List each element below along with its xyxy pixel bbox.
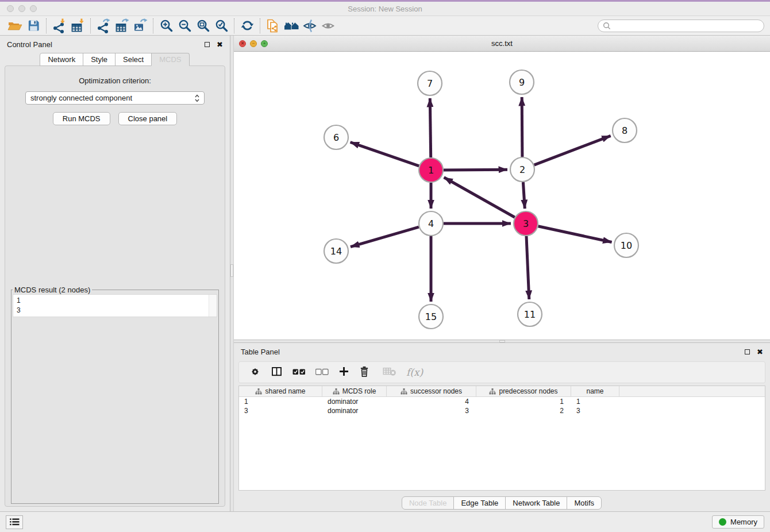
export-image-button[interactable]	[131, 17, 149, 34]
zoom-fit-button[interactable]	[194, 17, 212, 34]
zoom-out-button[interactable]	[175, 17, 194, 34]
deselect-all-checkboxes-icon[interactable]	[315, 368, 329, 377]
home-button[interactable]	[282, 17, 301, 34]
save-session-button[interactable]	[24, 17, 43, 34]
export-image-icon	[133, 18, 148, 33]
table-header-row: shared nameMCDS rolesuccessor nodesprede…	[239, 386, 765, 397]
column-header-predecessor-nodes[interactable]: predecessor nodes	[476, 386, 571, 396]
open-session-button[interactable]	[6, 17, 24, 34]
graph-edge-3-1[interactable]	[444, 178, 515, 217]
application-window: Session: New Session	[0, 0, 770, 532]
tree-icon	[401, 388, 407, 395]
graph-edge-2-8[interactable]	[534, 136, 611, 165]
memory-button[interactable]: Memory	[712, 515, 764, 529]
minimize-window-button[interactable]	[18, 5, 25, 12]
table-tabs: Node Table Edge Table Network Table Moti…	[234, 494, 770, 511]
tab-select[interactable]: Select	[115, 53, 152, 66]
result-scrollbar[interactable]	[209, 295, 217, 317]
column-header-successor-nodes[interactable]: successor nodes	[387, 386, 476, 396]
tab-mcds[interactable]: MCDS	[151, 53, 189, 66]
zoom-in-button[interactable]	[157, 17, 175, 34]
zoom-fit-icon	[196, 18, 210, 33]
search-field[interactable]	[598, 20, 764, 32]
home-icon	[284, 18, 299, 33]
tab-network-table[interactable]: Network Table	[505, 496, 567, 510]
close-panel-icon[interactable]: ✖	[757, 348, 763, 356]
graph-edge-3-10[interactable]	[538, 226, 612, 242]
vertical-splitter[interactable]	[230, 36, 234, 511]
table-row[interactable]: 1dominator411	[239, 397, 765, 406]
network-canvas[interactable]: 7968124314101511	[234, 52, 770, 340]
graph-edge-1-7[interactable]	[430, 98, 430, 157]
run-mcds-button[interactable]: Run MCDS	[53, 112, 110, 125]
tab-network[interactable]: Network	[40, 53, 83, 66]
control-panel-tabs: Network Style Select MCDS	[0, 53, 230, 66]
first-neighbors-button[interactable]	[264, 17, 282, 34]
float-panel-icon[interactable]	[205, 42, 210, 47]
float-panel-icon[interactable]	[745, 349, 750, 354]
export-network-icon	[96, 18, 111, 33]
table-row[interactable]: 3dominator323	[239, 406, 765, 415]
network-titlebar: ✕ − + scc.txt	[234, 36, 770, 52]
tab-motifs[interactable]: Motifs	[567, 496, 602, 510]
graph-edge-4-14[interactable]	[351, 227, 419, 247]
zoom-selected-button[interactable]	[212, 17, 230, 34]
table-body[interactable]: 1dominator4113dominator323	[239, 397, 765, 490]
import-network-button[interactable]	[50, 17, 68, 34]
add-row-icon[interactable]	[338, 366, 349, 379]
table-panel-header: Table Panel ✖	[234, 343, 770, 360]
export-table-button[interactable]	[113, 17, 131, 34]
network-zoom-button[interactable]: +	[261, 40, 268, 47]
zoom-window-button[interactable]	[30, 5, 37, 12]
table-cell: 3	[387, 407, 476, 415]
column-view-icon[interactable]	[271, 366, 283, 379]
graph-edge-3-11[interactable]	[526, 236, 529, 299]
session-title: Session: New Session	[0, 5, 770, 13]
graph-edge-1-2[interactable]	[444, 169, 507, 170]
gear-icon[interactable]	[249, 366, 261, 379]
network-minimize-button[interactable]: −	[250, 40, 257, 47]
network-graph[interactable]: 7968124314101511	[234, 52, 770, 340]
column-header-name[interactable]: name	[571, 386, 619, 396]
show-graphics-details-button[interactable]	[319, 17, 337, 34]
toolbar-separator	[153, 18, 153, 33]
window-controls	[7, 5, 37, 12]
tab-edge-table[interactable]: Edge Table	[453, 496, 506, 510]
splitter-handle[interactable]	[499, 340, 505, 342]
hide-details-button[interactable]	[301, 17, 319, 34]
network-window-controls: ✕ − +	[239, 40, 268, 47]
graph-edge-2-3[interactable]	[523, 182, 525, 209]
optimization-criterion-dropdown[interactable]: strongly connected component	[25, 91, 205, 105]
graph-edge-2-9[interactable]	[522, 97, 522, 157]
close-panel-icon[interactable]: ✖	[217, 40, 223, 49]
search-input[interactable]	[614, 22, 759, 30]
graph-edge-1-6[interactable]	[351, 142, 419, 166]
delete-row-trash-icon[interactable]	[359, 366, 369, 379]
column-header-shared-name[interactable]: shared name	[239, 386, 322, 396]
horizontal-splitter[interactable]	[234, 340, 770, 343]
export-network-button[interactable]	[94, 17, 113, 34]
tab-node-table[interactable]: Node Table	[402, 496, 455, 510]
column-header-MCDS-role[interactable]: MCDS role	[322, 386, 387, 396]
memory-status-icon	[719, 518, 726, 526]
network-title: scc.txt	[234, 39, 770, 48]
close-window-button[interactable]	[7, 5, 14, 12]
toolbar-separator	[90, 18, 91, 33]
import-table-button[interactable]	[68, 17, 87, 34]
close-panel-button[interactable]: Close panel	[118, 112, 178, 125]
refresh-view-button[interactable]	[238, 17, 256, 34]
select-all-checkboxes-icon[interactable]	[292, 368, 306, 377]
mcds-result-text[interactable]: 13	[13, 294, 217, 317]
control-panel: Control Panel ✖ Network Style Select MCD…	[0, 36, 230, 511]
table-cell: 3	[571, 407, 619, 415]
toolbar-separator	[46, 18, 47, 33]
graph-node-label-11: 11	[524, 309, 536, 320]
graph-node-label-6: 6	[333, 132, 339, 143]
table-cell: 3	[239, 407, 322, 415]
task-history-button[interactable]	[6, 515, 23, 529]
table-panel-title: Table Panel	[241, 348, 280, 356]
splitter-handle[interactable]	[230, 264, 233, 277]
network-close-button[interactable]: ✕	[239, 40, 246, 47]
column-label: predecessor nodes	[499, 387, 557, 395]
tab-style[interactable]: Style	[83, 53, 116, 66]
